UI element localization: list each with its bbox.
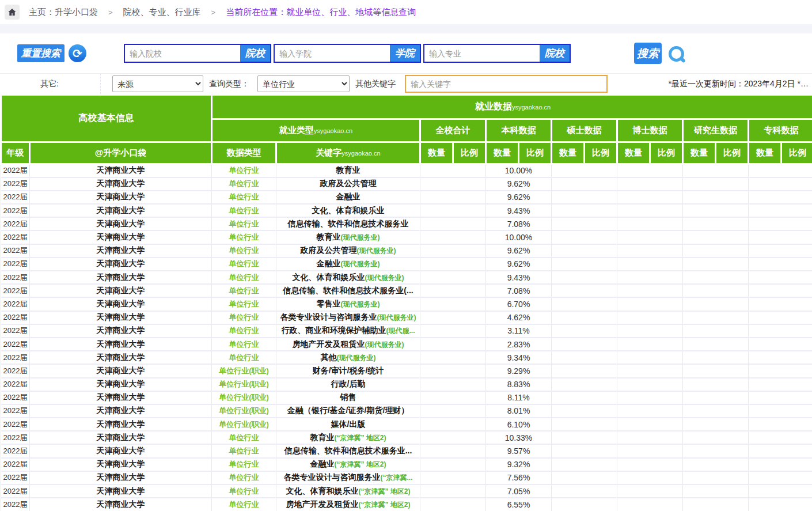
- cell-school: 天津商业大学: [30, 164, 212, 177]
- cell-group-value: [420, 258, 486, 271]
- cell-group-value: [749, 498, 812, 511]
- query-type-label: 查询类型：: [209, 79, 249, 89]
- cell-data-type: 单位行业: [212, 204, 276, 217]
- cell-keyword: 文化、体育和娱乐业(现代服务业): [276, 271, 420, 284]
- breadcrumb-library[interactable]: 院校、专业、行业库: [123, 7, 201, 18]
- table-row: 2022届天津商业大学单位行业信息传输、软件和信息技术服务业(...7.08%: [1, 284, 812, 297]
- cell-data-type: 单位行业: [212, 311, 276, 324]
- cell-school: 天津商业大学: [30, 244, 212, 258]
- cell-group-value: [617, 458, 683, 471]
- cell-group-value: [420, 230, 486, 244]
- table-row: 2022届天津商业大学单位行业教育业10.00%: [1, 164, 812, 177]
- cell-school: 天津商业大学: [30, 498, 212, 511]
- header-group: 研究生数据: [683, 119, 749, 142]
- cell-school: 天津商业大学: [30, 418, 212, 431]
- cell-group-value: 10.33%: [486, 431, 552, 444]
- cell-grade: 2022届: [1, 431, 30, 444]
- cell-data-type: 单位行业(职业): [212, 404, 276, 418]
- cell-group-value: [683, 191, 749, 204]
- cell-keyword: 其他(现代服务业): [276, 351, 420, 364]
- cell-keyword: 信息传输、软件和信息技术服务业...: [276, 444, 420, 457]
- home-icon[interactable]: [5, 5, 20, 20]
- header-basic-info: 高校基本信息: [1, 95, 212, 142]
- cell-group-value: [552, 271, 617, 284]
- table-row: 2022届天津商业大学单位行业文化、体育和娱乐业(现代服务业)9.43%: [1, 271, 812, 284]
- cell-grade: 2022届: [1, 217, 30, 230]
- keyword-suffix: (现代服务业): [365, 274, 404, 282]
- table-row: 2022届天津商业大学单位行业(职业)销售8.11%: [1, 391, 812, 404]
- cell-group-value: [420, 311, 486, 324]
- cell-data-type: 单位行业: [212, 244, 276, 258]
- other-label: 其它:: [40, 74, 101, 94]
- header-group: 硕士数据: [552, 119, 617, 142]
- cell-group-value: [617, 484, 683, 498]
- cell-school: 天津商业大学: [30, 364, 212, 377]
- cell-group-value: 9.62%: [486, 244, 552, 258]
- cell-group-value: [420, 204, 486, 217]
- cell-group-value: [683, 284, 749, 297]
- cell-group-value: [683, 164, 749, 177]
- cell-group-value: [683, 338, 749, 351]
- keyword-label: 其他关键字: [355, 79, 396, 89]
- college-button[interactable]: 院校: [240, 45, 270, 62]
- cell-keyword: 教育业(“京津冀” 地区2): [276, 431, 420, 444]
- header-count: 数量: [683, 142, 716, 164]
- cell-data-type: 单位行业(职业): [212, 391, 276, 404]
- cell-group-value: [749, 484, 812, 498]
- cell-group-value: [749, 204, 812, 217]
- cell-school: 天津商业大学: [30, 471, 212, 484]
- search-button[interactable]: 搜索: [634, 43, 662, 64]
- school-input-group: 学院: [274, 44, 421, 63]
- query-type-select[interactable]: 单位行业: [257, 75, 350, 92]
- refresh-icon[interactable]: ⟳: [69, 44, 86, 62]
- cell-data-type: 单位行业: [212, 191, 276, 204]
- source-select[interactable]: 来源: [112, 75, 203, 92]
- cell-keyword: 媒体/出版: [276, 418, 420, 431]
- school-button[interactable]: 学院: [390, 45, 420, 62]
- table-row: 2022届天津商业大学单位行业房地产开发及租赁业(“京津冀” 地区2)6.55%: [1, 498, 812, 511]
- cell-group-value: 9.62%: [486, 191, 552, 204]
- cell-group-value: [617, 378, 683, 391]
- cell-data-type: 单位行业: [212, 498, 276, 511]
- cell-school: 天津商业大学: [30, 297, 212, 311]
- cell-grade: 2022届: [1, 418, 30, 431]
- reset-search-button[interactable]: 重置搜索: [17, 44, 64, 62]
- cell-keyword: 金融业(现代服务业): [276, 258, 420, 271]
- college-input[interactable]: [125, 45, 240, 62]
- table-row: 2022届天津商业大学单位行业信息传输、软件和信息技术服务业...9.57%: [1, 444, 812, 457]
- cell-group-value: [420, 284, 486, 297]
- cell-keyword: 文化、体育和娱乐业: [276, 204, 420, 217]
- cell-group-value: [420, 297, 486, 311]
- keyword-input[interactable]: [405, 75, 608, 93]
- cell-group-value: [552, 391, 617, 404]
- cell-grade: 2022届: [1, 364, 30, 377]
- cell-keyword: 财务/审计/税务/统计: [276, 364, 420, 377]
- header-ratio: 比例: [781, 142, 812, 164]
- cell-group-value: [617, 217, 683, 230]
- keyword-suffix: (现代服...: [386, 327, 415, 335]
- major-button[interactable]: 院校: [540, 45, 570, 62]
- cell-group-value: [552, 297, 617, 311]
- cell-group-value: [420, 431, 486, 444]
- cell-group-value: [420, 338, 486, 351]
- cell-data-type: 单位行业: [212, 471, 276, 484]
- cell-group-value: [617, 444, 683, 457]
- major-input[interactable]: [424, 45, 540, 62]
- table-row: 2022届天津商业大学单位行业各类专业设计与咨询服务业(“京津冀...7.56%: [1, 471, 812, 484]
- cell-school: 天津商业大学: [30, 378, 212, 391]
- keyword-suffix: (现代服务业): [341, 300, 380, 308]
- school-input[interactable]: [275, 45, 390, 62]
- header-ratio: 比例: [716, 142, 749, 164]
- breadcrumb-home[interactable]: 主页：升学小口袋: [29, 7, 98, 18]
- header-employment-type-label: 就业类型: [279, 125, 314, 135]
- breadcrumb-separator: >: [108, 8, 113, 17]
- cell-group-value: [552, 338, 617, 351]
- cell-group-value: [749, 378, 812, 391]
- search-icon[interactable]: [669, 46, 684, 61]
- search-filter-panel: 重置搜索 ⟳ 院校 学院 院校 搜索 其它: 来源 查询类型： 单位行业 其他关…: [0, 33, 812, 94]
- keyword-suffix: (“京津冀” 地区2): [335, 460, 386, 468]
- header-grade: 年级: [1, 142, 30, 164]
- cell-group-value: [552, 351, 617, 364]
- cell-group-value: 9.32%: [486, 458, 552, 471]
- cell-group-value: 9.34%: [486, 351, 552, 364]
